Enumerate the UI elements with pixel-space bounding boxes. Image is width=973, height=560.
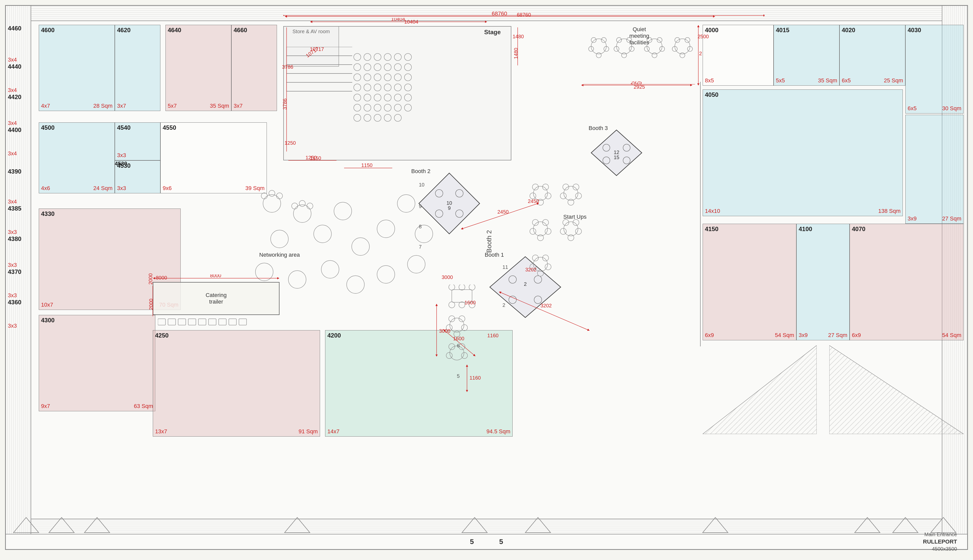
- svg-point-41: [374, 104, 381, 111]
- svg-point-69: [675, 38, 680, 43]
- svg-point-68: [675, 39, 690, 54]
- rulleport-label: RULLEPORT: [923, 538, 957, 545]
- svg-point-140: [530, 228, 536, 234]
- svg-point-94: [307, 203, 313, 209]
- booth-4370-label: 3x3 4370: [8, 262, 21, 275]
- svg-point-48: [384, 114, 391, 122]
- svg-point-30: [384, 84, 391, 91]
- svg-point-78: [314, 225, 332, 243]
- svg-text:10404: 10404: [391, 18, 405, 22]
- svg-rect-97: [168, 319, 176, 325]
- dim-1160: 1160: [487, 333, 499, 338]
- svg-point-23: [374, 74, 381, 81]
- svg-point-128: [530, 193, 536, 199]
- footer-right: Main Entrance RULLEPORT 4500x3500: [646, 532, 957, 552]
- booth-4440-label: 3x4 4440: [8, 57, 21, 70]
- booth-4150: 4150 6x9 54 Sqm: [703, 224, 796, 340]
- svg-rect-104: [239, 319, 247, 325]
- entrance-triangles: [6, 516, 969, 534]
- booth3-label: Booth 3: [589, 125, 608, 132]
- svg-point-135: [575, 193, 581, 199]
- svg-point-93: [299, 200, 305, 207]
- booth-4530-number: 4530: [115, 160, 127, 167]
- svg-point-35: [374, 94, 381, 101]
- svg-point-80: [352, 238, 370, 255]
- svg-point-50: [591, 39, 606, 54]
- dim-3000: 3000: [442, 275, 453, 280]
- svg-point-82: [397, 195, 415, 212]
- svg-point-159: [449, 302, 455, 308]
- dim-1150-line: 1150: [343, 163, 393, 173]
- svg-point-26: [405, 74, 412, 81]
- svg-point-15: [354, 63, 361, 71]
- booth-4460-label: 4460: [8, 25, 21, 32]
- dim-2500-line: 2500: [695, 25, 702, 86]
- svg-point-90: [269, 190, 275, 197]
- svg-point-44: [405, 104, 412, 111]
- svg-point-45: [354, 114, 361, 122]
- booth-4015: 4015 5x5 35 Sqm: [773, 25, 840, 86]
- booth-4380-label: 3x3 4380: [8, 229, 21, 242]
- main-entrance-label: Main Entrance: [925, 532, 957, 537]
- svg-point-89: [407, 255, 425, 273]
- booth-4660: 4660 3x7: [232, 25, 277, 111]
- svg-point-171: [446, 352, 452, 358]
- svg-point-47: [374, 114, 381, 122]
- dim-1250-line: 1250: [287, 155, 338, 165]
- svg-text:12: 12: [614, 150, 619, 155]
- svg-point-172: [462, 352, 468, 358]
- svg-point-95: [292, 203, 298, 209]
- stage-label: Stage: [484, 28, 501, 36]
- booth-4420-label: 3x4 4420: [8, 87, 21, 101]
- size-label: 4500x3500: [932, 546, 957, 552]
- svg-point-77: [271, 230, 288, 248]
- svg-point-39: [354, 104, 361, 111]
- svg-point-57: [616, 38, 621, 43]
- svg-point-51: [591, 38, 596, 43]
- booth-4400-size: 3x4: [8, 150, 17, 157]
- svg-point-157: [459, 285, 465, 290]
- svg-point-21: [354, 74, 361, 81]
- svg-point-160: [459, 302, 465, 308]
- svg-point-38: [405, 94, 412, 101]
- svg-point-162: [450, 318, 464, 332]
- svg-point-9: [354, 53, 361, 60]
- svg-point-33: [354, 94, 361, 101]
- booth-4640: 4640 5x7 35 Sqm: [165, 25, 232, 111]
- svg-point-167: [454, 331, 460, 337]
- booth2-label: Booth 2: [411, 168, 430, 175]
- svg-point-142: [537, 235, 543, 241]
- svg-point-19: [394, 63, 402, 71]
- booth-4400-label: 3x4 4400: [8, 120, 21, 133]
- svg-rect-99: [188, 319, 196, 325]
- svg-point-86: [321, 260, 339, 278]
- booth-4540: 4540 3x3: [115, 122, 160, 160]
- dim-2925-line: 2925: [581, 81, 693, 89]
- svg-point-37: [394, 94, 402, 101]
- booth-4000: 4000 8x5: [703, 25, 773, 86]
- svg-point-56: [616, 39, 632, 54]
- dim-2000-line: 2000: [148, 285, 158, 318]
- svg-point-28: [364, 84, 371, 91]
- svg-point-88: [377, 265, 395, 283]
- booth-4300: 4300 9x7 63 Sqm: [39, 315, 155, 411]
- svg-rect-96: [158, 319, 165, 325]
- svg-rect-100: [198, 319, 206, 325]
- svg-point-22: [364, 74, 371, 81]
- footer: 5 5 Main Entrance RULLEPORT 4500x3500: [6, 534, 967, 549]
- svg-point-58: [626, 38, 632, 43]
- svg-text:2500: 2500: [699, 51, 702, 56]
- sub-dim-line: 10404: [310, 18, 487, 26]
- svg-text:1480: 1480: [513, 48, 519, 59]
- svg-point-137: [533, 222, 548, 236]
- booth-4385-label: 3x4 4385: [8, 198, 21, 212]
- svg-marker-0: [703, 345, 816, 434]
- svg-point-52: [601, 38, 606, 43]
- svg-text:1250: 1250: [306, 155, 317, 160]
- left-3x3-bottom: 3x3: [8, 323, 17, 329]
- svg-point-143: [564, 222, 578, 236]
- booth-4100: 4100 3x9 27 Sqm: [796, 224, 850, 340]
- footer-5-right: 5: [499, 538, 503, 546]
- svg-text:9: 9: [448, 205, 450, 211]
- dim-1480-line: 1480: [513, 26, 523, 67]
